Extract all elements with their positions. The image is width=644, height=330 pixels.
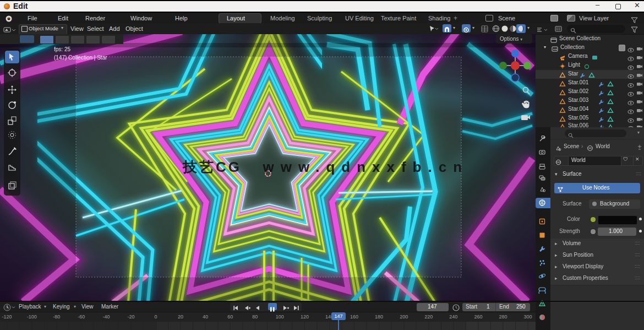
svg-text:80: 80 <box>252 314 258 320</box>
svg-text:-40: -40 <box>102 314 110 320</box>
svg-text:180: 180 <box>375 314 383 320</box>
svg-text:240: 240 <box>449 314 457 320</box>
svg-text:-80: -80 <box>53 314 60 320</box>
svg-text:-100: -100 <box>27 314 37 320</box>
svg-text:147: 147 <box>334 313 342 319</box>
svg-text:260: 260 <box>474 314 482 320</box>
svg-text:120: 120 <box>301 314 309 320</box>
svg-text:300: 300 <box>523 314 532 320</box>
svg-text:40: 40 <box>203 314 208 320</box>
svg-text:160: 160 <box>350 314 358 320</box>
svg-text:220: 220 <box>424 314 433 320</box>
svg-text:20: 20 <box>178 314 183 320</box>
svg-text:-20: -20 <box>127 314 134 320</box>
svg-text:200: 200 <box>400 314 408 320</box>
svg-text:280: 280 <box>499 314 507 320</box>
svg-text:60: 60 <box>227 314 233 320</box>
svg-text:0: 0 <box>154 314 157 320</box>
svg-text:100: 100 <box>276 314 284 320</box>
svg-text:-60: -60 <box>78 314 85 320</box>
svg-text:-120: -120 <box>2 314 12 320</box>
